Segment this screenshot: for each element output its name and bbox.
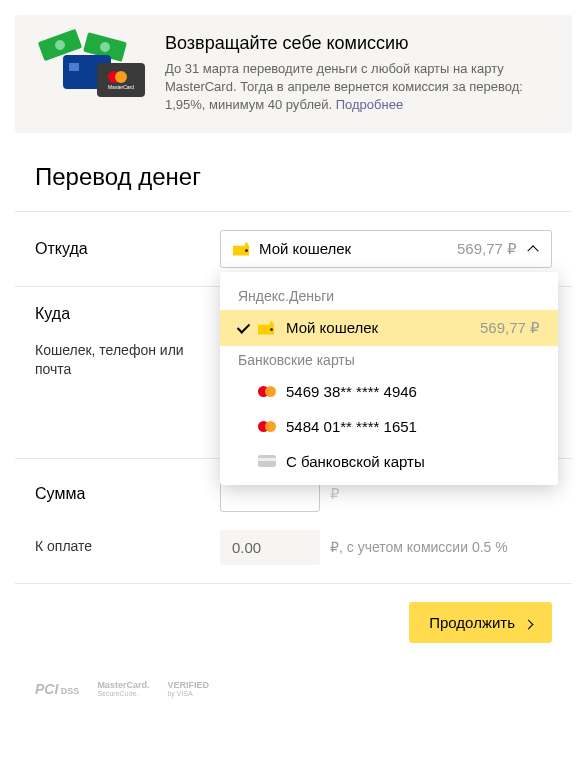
from-selected-name: Мой кошелек [259, 240, 457, 257]
security-logos: PCI DSS MasterCard.SecureCode. VERIFIEDb… [15, 661, 572, 697]
dropdown-wallet-name: Мой кошелек [286, 319, 480, 336]
to-label: Куда [35, 305, 220, 323]
continue-button[interactable]: Продолжить [409, 602, 552, 643]
total-row: К оплате ₽, с учетом комиссии 0.5 % [15, 530, 572, 583]
promo-banner: MasterCard Возвращайте себе комиссию До … [15, 15, 572, 133]
mastercard-icon [258, 386, 276, 397]
chevron-right-icon [525, 614, 532, 631]
from-row: Откуда Мой кошелек 569,77 ₽ Яндекс.Деньг… [15, 212, 572, 286]
dropdown-item-card2[interactable]: 5484 01** **** 1651 [220, 409, 558, 444]
dropdown-anycard-label: С банковской карты [286, 453, 540, 470]
from-label: Откуда [35, 240, 220, 258]
promo-illustration: MasterCard [35, 33, 145, 93]
total-label: К оплате [35, 537, 220, 557]
to-sublabel: Кошелек, телефон или почта [35, 341, 220, 380]
verified-by-visa-logo: VERIFIEDby VISA [167, 681, 209, 697]
promo-title: Возвращайте себе комиссию [165, 33, 552, 54]
dropdown-group-wallet-title: Яндекс.Деньги [220, 282, 558, 310]
wallet-icon [258, 321, 274, 335]
dropdown-card2-label: 5484 01** **** 1651 [286, 418, 540, 435]
total-value [220, 530, 320, 565]
chevron-up-icon [529, 244, 539, 254]
promo-description: До 31 марта переводите деньги с любой ка… [165, 60, 552, 115]
check-icon [238, 319, 258, 336]
page-title: Перевод денег [35, 163, 572, 191]
continue-button-label: Продолжить [429, 614, 515, 631]
wallet-icon [233, 242, 249, 256]
total-hint: ₽, с учетом комиссии 0.5 % [330, 539, 508, 555]
footer-row: Продолжить [15, 584, 572, 661]
mastercard-icon [258, 421, 276, 432]
amount-currency: ₽ [330, 485, 340, 503]
amount-label: Сумма [35, 485, 220, 503]
mastercard-securecode-logo: MasterCard.SecureCode. [97, 681, 149, 697]
dropdown-item-wallet[interactable]: Мой кошелек 569,77 ₽ [220, 310, 558, 346]
dropdown-group-cards-title: Банковские карты [220, 346, 558, 374]
from-select[interactable]: Мой кошелек 569,77 ₽ [220, 230, 552, 268]
from-dropdown: Яндекс.Деньги Мой кошелек 569,77 ₽ Банко… [220, 272, 558, 485]
card-icon [258, 455, 276, 467]
dropdown-wallet-balance: 569,77 ₽ [480, 319, 540, 337]
dropdown-card1-label: 5469 38** **** 4946 [286, 383, 540, 400]
pci-dss-logo: PCI DSS [35, 682, 79, 696]
dropdown-item-anycard[interactable]: С банковской карты [220, 444, 558, 479]
from-selected-balance: 569,77 ₽ [457, 240, 517, 258]
promo-link[interactable]: Подробнее [336, 97, 403, 112]
dropdown-item-card1[interactable]: 5469 38** **** 4946 [220, 374, 558, 409]
